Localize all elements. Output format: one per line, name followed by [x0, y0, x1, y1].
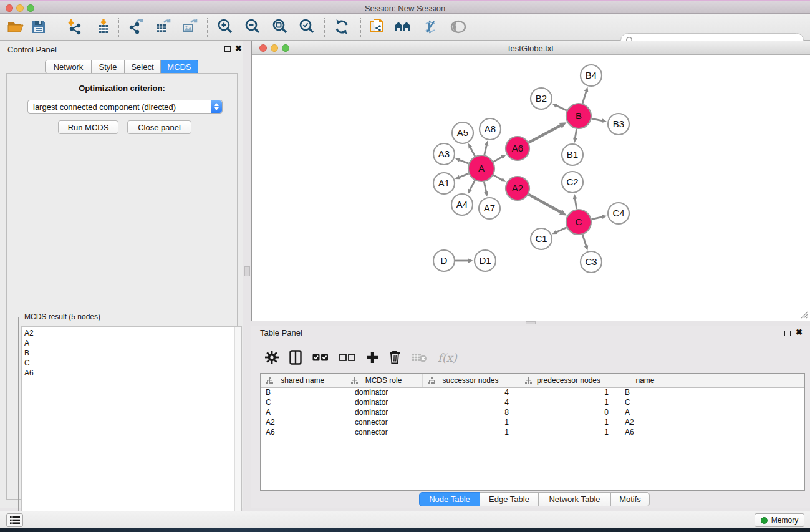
- graph-edge[interactable]: [592, 216, 604, 219]
- import-table-icon[interactable]: [93, 16, 114, 37]
- graph-edge[interactable]: [592, 118, 604, 121]
- open-session-icon[interactable]: [5, 16, 26, 37]
- network-window-titlebar[interactable]: testGlobe.txt: [252, 41, 810, 55]
- dropdown-stepper-icon[interactable]: [211, 100, 222, 113]
- vertical-split-handle[interactable]: [244, 266, 250, 276]
- graph-edge[interactable]: [484, 182, 486, 193]
- graph-node-A[interactable]: A: [468, 155, 494, 181]
- tab-motifs[interactable]: Motifs: [611, 492, 650, 506]
- delete-table-icon[interactable]: [411, 349, 427, 366]
- graph-edge[interactable]: [458, 160, 468, 163]
- mcds-result-item[interactable]: A: [22, 338, 241, 348]
- column-header[interactable]: name: [619, 374, 672, 387]
- save-session-icon[interactable]: [28, 16, 49, 37]
- table-row[interactable]: A6connector11A6: [261, 427, 804, 437]
- settings-gear-icon[interactable]: [265, 349, 279, 366]
- graph-node-A8[interactable]: A8: [480, 118, 501, 140]
- graph-node-B3[interactable]: B3: [608, 114, 629, 135]
- import-network-icon[interactable]: [64, 16, 85, 37]
- export-network-icon[interactable]: [125, 16, 147, 37]
- graph-edge[interactable]: [493, 175, 503, 180]
- graph-edge[interactable]: [575, 129, 577, 140]
- graph-edge[interactable]: [556, 228, 567, 233]
- run-mcds-button[interactable]: Run MCDS: [58, 120, 118, 134]
- horizontal-split-handle[interactable]: [526, 321, 536, 324]
- column-header[interactable]: successor nodes: [422, 374, 519, 387]
- graph-edge[interactable]: [556, 105, 567, 111]
- close-panel-button[interactable]: Close panel: [127, 120, 191, 134]
- zoom-out-icon[interactable]: [242, 16, 263, 37]
- node-table[interactable]: shared nameMCDS rolesuccessor nodesprede…: [260, 373, 805, 491]
- graph-node-A2[interactable]: A2: [506, 177, 529, 200]
- mcds-list-scrollbar[interactable]: [234, 327, 241, 529]
- table-row[interactable]: A2connector11A2: [261, 417, 804, 427]
- task-history-button[interactable]: [6, 513, 23, 527]
- tab-edge-table[interactable]: Edge Table: [480, 492, 539, 506]
- float-table-panel-icon[interactable]: [784, 331, 791, 336]
- optimization-criterion-dropdown[interactable]: largest connected component (directed): [27, 100, 223, 114]
- graph-node-C3[interactable]: C3: [581, 251, 602, 273]
- column-header[interactable]: shared name: [261, 374, 345, 387]
- toggle-column-icon[interactable]: [289, 349, 302, 366]
- zoom-fit-icon[interactable]: [269, 16, 291, 37]
- tab-network-table[interactable]: Network Table: [539, 492, 611, 506]
- table-row[interactable]: Cdominator41C: [261, 397, 804, 407]
- graph-edge[interactable]: [575, 198, 577, 210]
- graph-edge[interactable]: [485, 144, 487, 155]
- mcds-result-item[interactable]: A6: [22, 368, 241, 378]
- clone-network-icon[interactable]: [366, 16, 387, 37]
- mcds-result-list[interactable]: A2ABCA6: [21, 326, 242, 530]
- graph-node-B[interactable]: B: [566, 104, 591, 128]
- graph-node-A4[interactable]: A4: [451, 194, 473, 215]
- graph-node-B4[interactable]: B4: [581, 65, 602, 86]
- mcds-result-item[interactable]: B: [22, 348, 241, 358]
- graph-node-D[interactable]: D: [433, 250, 455, 271]
- graph-node-B1[interactable]: B1: [562, 144, 583, 165]
- tab-select[interactable]: Select: [125, 60, 161, 74]
- graph-node-A7[interactable]: A7: [479, 198, 500, 219]
- graph-edge[interactable]: [582, 90, 586, 104]
- graph-node-C1[interactable]: C1: [531, 228, 552, 249]
- deselect-all-checkbox-icon[interactable]: [339, 349, 355, 366]
- select-all-checkbox-icon[interactable]: [312, 349, 329, 366]
- delete-column-icon[interactable]: [389, 349, 400, 366]
- graph-node-A1[interactable]: A1: [433, 173, 455, 194]
- graph-edge[interactable]: [493, 157, 503, 162]
- show-eye-icon[interactable]: [448, 16, 469, 37]
- column-header[interactable]: MCDS role: [345, 374, 422, 387]
- graph-edge[interactable]: [582, 235, 586, 247]
- export-image-icon[interactable]: [179, 16, 200, 37]
- graph-node-B2[interactable]: B2: [531, 88, 552, 109]
- graph-node-D1[interactable]: D1: [475, 250, 496, 271]
- zoom-selected-icon[interactable]: [296, 16, 317, 37]
- graph-node-C4[interactable]: C4: [608, 203, 629, 224]
- graph-node-C[interactable]: C: [566, 210, 591, 235]
- tab-style[interactable]: Style: [92, 60, 125, 74]
- export-table-icon[interactable]: [152, 16, 173, 37]
- tab-network[interactable]: Network: [45, 60, 92, 74]
- network-canvas[interactable]: B4B2BB3A5A8A6A3B1AA1C2A2A4A7C4CC1DD1C3: [252, 55, 810, 321]
- tab-node-table[interactable]: Node Table: [419, 492, 480, 506]
- memory-button[interactable]: Memory: [755, 513, 804, 527]
- hide-eye-icon[interactable]: [420, 16, 441, 37]
- graph-edge[interactable]: [470, 147, 475, 156]
- table-row[interactable]: Adominator80A: [261, 407, 804, 417]
- graph-node-A6[interactable]: A6: [506, 137, 529, 160]
- mcds-result-item[interactable]: A2: [22, 328, 241, 338]
- zoom-in-icon[interactable]: [215, 16, 236, 37]
- function-builder-icon[interactable]: f(x): [438, 351, 457, 364]
- add-column-icon[interactable]: [366, 349, 378, 366]
- close-table-panel-icon[interactable]: ✖: [796, 327, 803, 337]
- graph-edge[interactable]: [470, 180, 475, 191]
- float-panel-icon[interactable]: [224, 46, 231, 52]
- graph-node-A3[interactable]: A3: [433, 143, 455, 165]
- close-panel-icon[interactable]: ✖: [235, 44, 242, 53]
- refresh-icon[interactable]: [331, 16, 352, 37]
- column-header[interactable]: predecessor nodes: [519, 374, 619, 387]
- resize-grip-icon[interactable]: [799, 310, 808, 319]
- home-icon[interactable]: [392, 16, 413, 37]
- graph-edge[interactable]: [458, 173, 468, 178]
- graph-edge[interactable]: [529, 195, 562, 213]
- graph-node-A5[interactable]: A5: [452, 122, 473, 143]
- table-row[interactable]: Bdominator41B: [261, 387, 804, 397]
